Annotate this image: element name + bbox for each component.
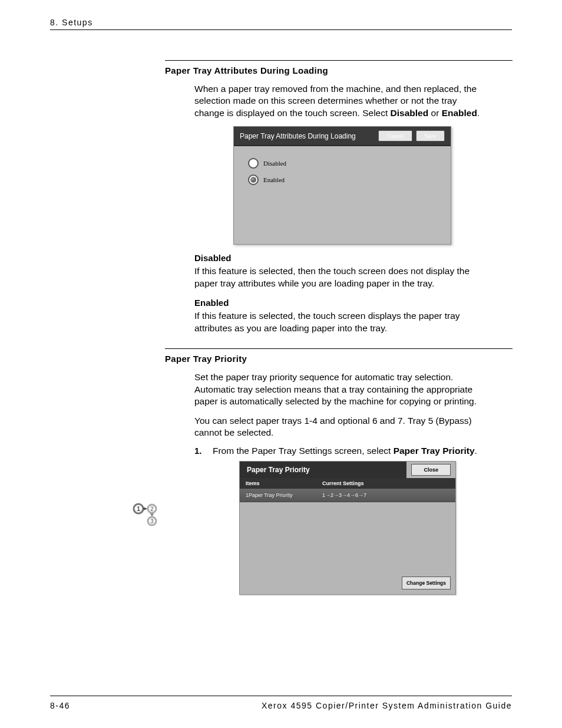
radio-disabled[interactable]: Disabled xyxy=(248,158,437,169)
enabled-paragraph: If this feature is selected, the touch s… xyxy=(194,310,483,334)
page-number: 8-46 xyxy=(50,701,70,710)
para-mid: or xyxy=(428,108,441,118)
radio-label: Disabled xyxy=(263,160,286,167)
col-items: Items xyxy=(240,478,316,489)
enabled-bold: Enabled xyxy=(442,108,477,118)
change-settings-button[interactable]: Change Settings xyxy=(402,577,451,589)
col-current-settings: Current Settings xyxy=(316,478,455,489)
dialog2-body xyxy=(240,502,455,573)
disabled-subheading: Disabled xyxy=(194,253,513,263)
dialog-body: Disabled Enabled xyxy=(234,146,451,244)
step-1: 1. From the Paper Tray Settings screen, … xyxy=(172,446,513,456)
panel2-screenshot: Paper Tray Priority Close Items Current … xyxy=(239,461,456,595)
dialog-paper-tray-priority: Paper Tray Priority Close Items Current … xyxy=(239,461,456,595)
save-button[interactable]: Save xyxy=(416,130,445,141)
step-bold: Paper Tray Priority xyxy=(394,446,475,456)
page-footer: 8-46 Xerox 4595 Copier/Printer System Ad… xyxy=(50,696,512,710)
step-number: 1. xyxy=(194,446,202,456)
enabled-subheading: Enabled xyxy=(194,298,513,308)
dialog-titlebar: Paper Tray Attributes During Loading Can… xyxy=(234,127,451,146)
close-button[interactable]: Close xyxy=(411,464,451,476)
section1-paragraph: When a paper tray removed from the machi… xyxy=(194,83,483,119)
dialog-paper-tray-attributes: Paper Tray Attributes During Loading Can… xyxy=(233,126,451,245)
chapter-label: 8. Setups xyxy=(50,18,93,27)
footer-title: Xerox 4595 Copier/Printer System Adminis… xyxy=(262,701,512,710)
section2-paragraph1: Set the paper tray priority sequence for… xyxy=(194,371,483,407)
dialog-title: Paper Tray Attributes During Loading xyxy=(240,132,378,140)
step-text-a: From the Paper Tray Settings screen, sel… xyxy=(213,446,394,456)
step-sequence-icon: 1 2 3 xyxy=(133,503,158,526)
dialog2-columns: Items Current Settings xyxy=(240,478,455,489)
section-rule xyxy=(165,60,513,61)
radio-icon-selected xyxy=(248,174,259,185)
section1-heading: Paper Tray Attributes During Loading xyxy=(165,65,328,75)
section-rule xyxy=(165,348,513,349)
page-header: 8. Setups xyxy=(50,18,512,30)
cancel-button[interactable]: Cancel xyxy=(378,130,412,141)
disabled-paragraph: If this feature is selected, then the to… xyxy=(194,265,483,289)
dialog2-footer: Change Settings xyxy=(240,573,455,594)
svg-text:2: 2 xyxy=(150,506,154,512)
row-value: 1→2→3→4→6→7 xyxy=(316,489,455,502)
dialog2-title: Paper Tray Priority xyxy=(240,462,406,478)
table-row[interactable]: 1Paper Tray Priority 1→2→3→4→6→7 xyxy=(240,489,455,502)
radio-enabled[interactable]: Enabled xyxy=(248,174,437,185)
panel1-screenshot: Paper Tray Attributes During Loading Can… xyxy=(233,126,451,245)
step-end: . xyxy=(475,446,477,456)
disabled-bold: Disabled xyxy=(391,108,429,118)
content-area: Paper Tray Attributes During Loading Whe… xyxy=(165,53,513,595)
dialog2-header: Paper Tray Priority Close xyxy=(240,462,455,478)
radio-label: Enabled xyxy=(263,176,285,183)
para-end: . xyxy=(477,108,480,118)
section2-paragraph2: You can select paper trays 1-4 and optio… xyxy=(194,415,483,439)
row-item: 1Paper Tray Priority xyxy=(240,489,316,502)
svg-text:3: 3 xyxy=(150,518,154,525)
svg-text:1: 1 xyxy=(137,505,140,512)
radio-icon xyxy=(248,158,259,169)
section2-heading: Paper Tray Priority xyxy=(165,354,247,364)
